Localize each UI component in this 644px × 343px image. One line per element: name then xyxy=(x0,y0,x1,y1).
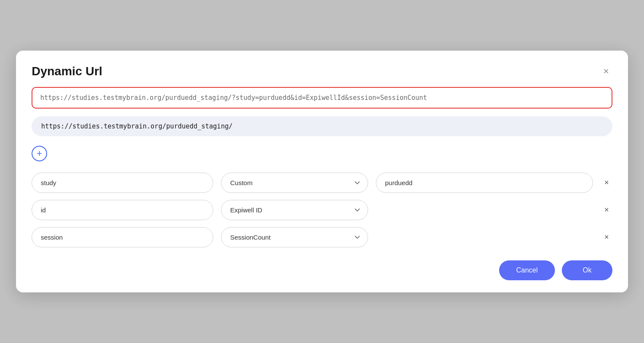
param-key-input[interactable] xyxy=(32,173,213,193)
add-param-button[interactable]: + xyxy=(32,146,47,161)
dialog: Dynamic Url × https://studies.testmybrai… xyxy=(16,51,628,292)
params-container: CustomExpiwell IDSessionCount×CustomExpi… xyxy=(32,173,612,247)
param-row: CustomExpiwell IDSessionCount× xyxy=(32,227,612,247)
param-type-select[interactable]: CustomExpiwell IDSessionCount xyxy=(221,200,368,220)
dialog-overlay: Dynamic Url × https://studies.testmybrai… xyxy=(0,0,644,343)
param-value-input[interactable] xyxy=(376,173,593,193)
param-key-input[interactable] xyxy=(32,200,213,220)
cancel-button[interactable]: Cancel xyxy=(499,260,555,280)
param-row: CustomExpiwell IDSessionCount× xyxy=(32,200,612,220)
url-highlighted-display: https://studies.testmybrain.org/purduedd… xyxy=(32,87,612,109)
dialog-footer: Cancel Ok xyxy=(32,260,612,280)
param-type-select[interactable]: CustomExpiwell IDSessionCount xyxy=(221,227,368,247)
plus-icon: + xyxy=(37,149,42,158)
param-type-select[interactable]: CustomExpiwell IDSessionCount xyxy=(221,173,368,193)
param-remove-button[interactable]: × xyxy=(601,176,612,189)
dialog-header: Dynamic Url × xyxy=(32,64,612,78)
url-preview-display: https://studies.testmybrain.org/purduedd… xyxy=(32,116,612,136)
param-key-input[interactable] xyxy=(32,227,213,247)
dialog-title: Dynamic Url xyxy=(32,64,102,78)
param-remove-button[interactable]: × xyxy=(601,231,612,244)
close-button[interactable]: × xyxy=(600,65,612,78)
param-remove-button[interactable]: × xyxy=(601,204,612,216)
param-row: CustomExpiwell IDSessionCount× xyxy=(32,173,612,193)
ok-button[interactable]: Ok xyxy=(562,260,612,280)
